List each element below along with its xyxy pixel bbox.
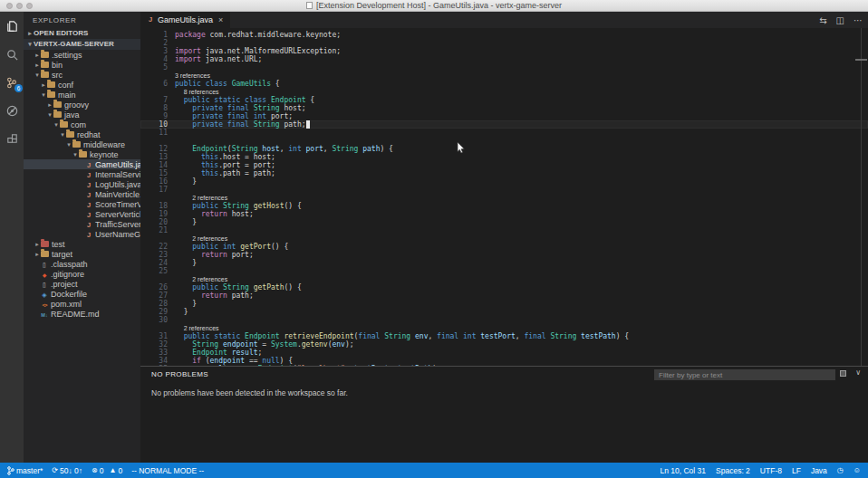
- code-line-8[interactable]: 8 private final String host;: [140, 104, 868, 112]
- zoom-window-icon[interactable]: [26, 3, 33, 9]
- tree-file--project[interactable]: ▯.project: [24, 279, 140, 289]
- code-line-34[interactable]: 34 if (endpoint == null) {: [140, 357, 868, 365]
- code-line-31[interactable]: 31 public static Endpoint retrieveEndpoi…: [140, 332, 868, 340]
- tree-folder-redhat[interactable]: ▾redhat: [24, 129, 140, 139]
- java-file-icon: J: [85, 180, 92, 189]
- editor-scrollbar[interactable]: [861, 28, 862, 366]
- code-line-12[interactable]: 12 Endpoint(String host, int port, Strin…: [140, 145, 868, 153]
- tree-file-scoretimerverticl-[interactable]: JScoreTimerVerticl...: [24, 199, 140, 209]
- tree-folder-java[interactable]: ▾java: [24, 110, 140, 120]
- code-line-4[interactable]: 4import java.net.URL;: [140, 55, 868, 63]
- more-actions-icon[interactable]: ⋯: [854, 15, 863, 25]
- tree-folder-src[interactable]: ▾src: [24, 70, 140, 80]
- tree-file-trafficserververti-[interactable]: JTrafficServerVerti...: [24, 219, 140, 229]
- code-line-32[interactable]: 32 String endpoint = System.getenv(env);: [140, 340, 868, 349]
- split-editor-icon[interactable]: ◫: [836, 15, 844, 25]
- code-editor[interactable]: 1package com.redhat.middleware.keynote;2…: [140, 28, 868, 366]
- code-line-7[interactable]: 7 public static class Endpoint {: [140, 96, 868, 104]
- code-line-16[interactable]: 16 }: [140, 177, 868, 186]
- open-editors-section[interactable]: ▸ OPEN EDITORS: [24, 28, 140, 39]
- code-line-26[interactable]: 26 public String getPath() {: [140, 283, 868, 292]
- tree-folder-target[interactable]: ▸target: [24, 249, 140, 259]
- source-control-icon[interactable]: 6: [4, 74, 20, 91]
- tree-file-readme-md[interactable]: M↓README.md: [24, 309, 140, 319]
- language-mode-status[interactable]: Java: [811, 466, 827, 475]
- line-number: 21: [140, 226, 168, 234]
- traffic-lights[interactable]: [6, 3, 33, 9]
- tree-file-serververticle-java[interactable]: JServerVerticle.java: [24, 209, 140, 219]
- tree-file-internalservicever-[interactable]: JInternalServiceVer...: [24, 169, 140, 179]
- hide-panel-chevron-icon[interactable]: ∨: [855, 369, 861, 377]
- git-branch-status[interactable]: master*: [7, 466, 43, 475]
- line-number: 2: [140, 39, 168, 47]
- debug-icon[interactable]: [4, 102, 20, 119]
- tree-folder-conf[interactable]: ▸conf: [24, 80, 140, 90]
- search-icon[interactable]: [4, 46, 20, 62]
- code-line-33[interactable]: 33 Endpoint result;: [140, 349, 868, 357]
- panel-maximize-icon[interactable]: [840, 370, 846, 377]
- status-bar: master* ⟳ 50↓ 0↑ ⊗ 0 ▲ 0 -- NORMAL MODE …: [0, 463, 868, 478]
- tree-folder-middleware[interactable]: ▾middleware: [24, 139, 140, 149]
- open-changes-icon[interactable]: ⇆: [819, 15, 826, 25]
- tree-file-usernamegenerat-[interactable]: JUserNameGenerat...: [24, 229, 140, 239]
- code-line-18[interactable]: 18 public String getHost() {: [140, 202, 868, 210]
- code-line-2[interactable]: 2: [140, 39, 868, 47]
- code-line-21[interactable]: 21: [140, 226, 868, 234]
- tree-folder-test[interactable]: ▸test: [24, 239, 140, 249]
- tree-file-logutils-java[interactable]: JLogUtils.java: [24, 179, 140, 189]
- tree-file-dockerfile[interactable]: ◈Dockerfile: [24, 289, 140, 299]
- code-line-6[interactable]: 6public class GameUtils {: [140, 80, 868, 88]
- cursor-position[interactable]: Ln 10, Col 31: [660, 466, 706, 475]
- close-tab-icon[interactable]: ×: [218, 15, 223, 24]
- code-line-19[interactable]: 19 return host;: [140, 210, 868, 218]
- code-line-13[interactable]: 13 this.host = host;: [140, 153, 868, 161]
- code-line-24[interactable]: 24 }: [140, 259, 868, 267]
- tab-gameutils[interactable]: J GameUtils.java ×: [140, 12, 230, 28]
- feedback-smiley-icon[interactable]: ☺: [854, 467, 861, 474]
- codelens-references: 2 references: [140, 234, 868, 243]
- tree-file--gitignore[interactable]: ◆.gitignore: [24, 269, 140, 279]
- code-line-28[interactable]: 28 }: [140, 300, 868, 308]
- code-line-14[interactable]: 14 this.port = port;: [140, 161, 868, 169]
- tree-file--classpath[interactable]: ▯.classpath: [24, 259, 140, 269]
- code-line-3[interactable]: 3import java.net.MalformedURLException;: [140, 47, 868, 55]
- code-line-9[interactable]: 9 private final int port;: [140, 112, 868, 120]
- minimize-window-icon[interactable]: [16, 3, 23, 9]
- code-line-11[interactable]: 11: [140, 129, 868, 137]
- tree-folder-main[interactable]: ▾main: [24, 90, 140, 100]
- eol-status[interactable]: LF: [792, 466, 801, 475]
- code-line-17[interactable]: 17: [140, 186, 868, 194]
- problems-filter-input[interactable]: [654, 369, 835, 380]
- tree-folder-groovy[interactable]: ▸groovy: [24, 100, 140, 110]
- code-line-29[interactable]: 29 }: [140, 308, 868, 316]
- tree-folder--settings[interactable]: ▸.settings: [24, 50, 140, 60]
- code-line-5[interactable]: 5: [140, 63, 868, 72]
- tree-folder-keynote[interactable]: ▾keynote: [24, 149, 140, 159]
- tree-folder-com[interactable]: ▾com: [24, 120, 140, 129]
- code-line-23[interactable]: 23 return port;: [140, 251, 868, 259]
- folder-icon: [47, 91, 55, 100]
- tree-folder-bin[interactable]: ▸bin: [24, 60, 140, 70]
- code-line-20[interactable]: 20 }: [140, 218, 868, 226]
- code-line-25[interactable]: 25: [140, 267, 868, 275]
- tree-file-mainverticle-java[interactable]: JMainVerticle.java: [24, 189, 140, 199]
- close-window-icon[interactable]: [6, 3, 13, 9]
- encoding-status[interactable]: UTF-8: [760, 466, 782, 475]
- line-number: 23: [140, 251, 168, 259]
- code-line-22[interactable]: 22 public int getPort() {: [140, 243, 868, 251]
- code-line-1[interactable]: 1package com.redhat.middleware.keynote;: [140, 31, 868, 39]
- code-line-10[interactable]: 10 private final String path;: [140, 120, 868, 129]
- tree-file-pom-xml[interactable]: <>pom.xml: [24, 299, 140, 309]
- root-folder-section[interactable]: ▾ VERTX-GAME-SERVER: [24, 39, 140, 50]
- sync-status[interactable]: ⟳ 50↓ 0↑: [52, 466, 82, 475]
- code-line-30[interactable]: 30: [140, 316, 868, 324]
- clock-icon[interactable]: ◷: [837, 467, 844, 474]
- panel-tab-problems[interactable]: NO PROBLEMS: [151, 370, 208, 378]
- extensions-icon[interactable]: [4, 130, 20, 147]
- code-line-15[interactable]: 15 this.path = path;: [140, 169, 868, 177]
- code-line-27[interactable]: 27 return path;: [140, 292, 868, 300]
- tree-file-gameutils-java[interactable]: JGameUtils.java: [24, 159, 140, 169]
- indentation-status[interactable]: Spaces: 2: [716, 466, 750, 475]
- explorer-icon[interactable]: [4, 18, 20, 34]
- problems-status[interactable]: ⊗ 0 ▲ 0: [92, 466, 122, 475]
